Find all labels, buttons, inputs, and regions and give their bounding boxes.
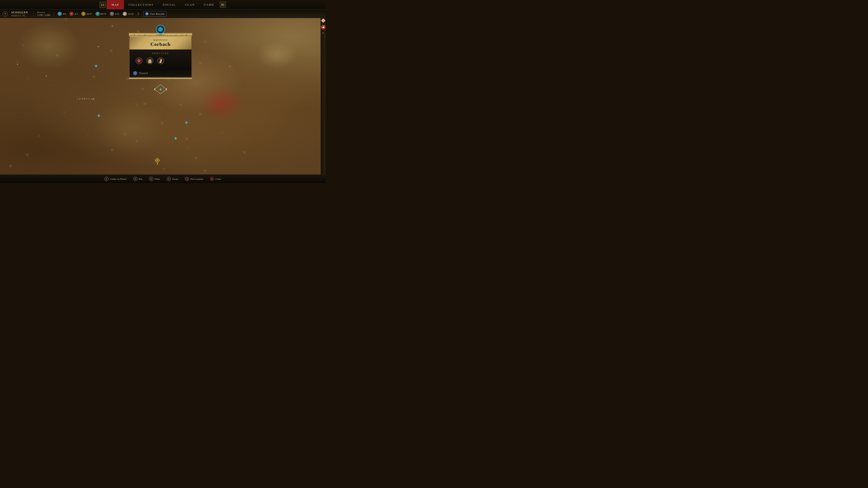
location-name: SCOSGLEN xyxy=(11,11,28,14)
filter-btn[interactable]: ⊕ Filter xyxy=(149,177,160,181)
pin-icon: □ xyxy=(185,177,189,181)
zoom-label: Zoom xyxy=(172,177,178,180)
popup-waypoint-icon xyxy=(155,24,166,35)
nav-tab-map[interactable]: MAP xyxy=(107,0,124,9)
service-blacksmith xyxy=(157,57,165,65)
hud-arrow-right[interactable]: ❯ xyxy=(137,12,140,15)
waypoint-circle-bg xyxy=(156,25,165,34)
popup-header: Waypoint Corbach xyxy=(129,36,192,50)
center-label: Center on Player xyxy=(110,177,127,180)
center-on-player-btn[interactable]: ⊕ Center on Player xyxy=(104,177,127,181)
close-label: Close xyxy=(215,177,221,180)
location-sublabel: Strand (Lv. 50) xyxy=(11,14,28,17)
services-icons-container xyxy=(133,57,188,65)
svg-text:◈: ◈ xyxy=(159,87,162,91)
hud-bar: SCOSGLEN Strand (Lv. 50) Renown: 1,590 /… xyxy=(0,9,326,18)
waypoint-selector[interactable]: ◈ ❮ ❯ xyxy=(154,84,167,95)
svg-marker-10 xyxy=(160,29,161,30)
scroll-left-arrow[interactable]: ◀ xyxy=(321,25,326,29)
svg-marker-3 xyxy=(156,164,158,164)
renown-value: 1,590 / 2,840 xyxy=(37,13,50,16)
svg-text:❯: ❯ xyxy=(165,88,167,91)
r1-badge[interactable]: R1 xyxy=(220,2,226,8)
close-icon: ● xyxy=(210,177,214,181)
deco-icon-3: ✦ xyxy=(45,74,48,78)
view-rewards-button[interactable]: ⊙ View Rewards xyxy=(143,11,166,17)
waypoints-icon: ⊙ xyxy=(58,12,62,16)
svg-text:❮: ❮ xyxy=(154,88,156,91)
right-scroll-bar: ◀ + xyxy=(320,18,326,174)
services-title: SERVICES xyxy=(133,52,188,55)
filter-label: Filter xyxy=(155,177,160,180)
renown-label: Renown: xyxy=(37,11,50,13)
stat-dungeons: ⛩ 3/25 xyxy=(110,12,119,16)
time-value: 14:34 xyxy=(128,12,133,15)
pin-label: Pin Location xyxy=(190,177,203,180)
l1-badge-wrap: L1 xyxy=(98,0,107,9)
svg-rect-18 xyxy=(160,59,162,60)
nav-tab-clan[interactable]: CLAN xyxy=(180,0,199,9)
shrines-value: 68/70 xyxy=(101,12,106,15)
location-info: SCOSGLEN Strand (Lv. 50) xyxy=(11,11,28,17)
filter-icon: ⊕ xyxy=(149,177,153,181)
popup-type-label: Waypoint xyxy=(133,39,188,41)
bottom-bar: ⊕ Center on Player ⊕ Pan ⊕ Filter ⊕ Zoom… xyxy=(0,174,326,183)
quests-icon: ☠ xyxy=(69,12,73,16)
time-icon: ✋ xyxy=(123,12,127,16)
stat-events: ! 28/47 xyxy=(81,12,92,16)
pin-location-btn[interactable]: □ Pin Location xyxy=(185,177,203,181)
view-rewards-label: View Rewards xyxy=(150,12,164,15)
renown-info: Renown: 1,590 / 2,840 xyxy=(37,11,50,16)
travel-label: Travel xyxy=(139,71,148,75)
quests-value: 3/3 xyxy=(74,12,78,15)
zoom-icon: ⊕ xyxy=(167,177,171,181)
deco-icon-1: ✦ xyxy=(16,63,19,66)
svg-marker-1 xyxy=(156,159,159,162)
popup-name: Corbach xyxy=(133,41,188,47)
travel-button[interactable]: × Travel xyxy=(133,71,188,75)
l1-badge[interactable]: L1 xyxy=(99,2,106,8)
dungeons-icon: ⛩ xyxy=(110,12,114,16)
svg-rect-14 xyxy=(148,60,151,61)
popup-footer: × Travel xyxy=(129,69,192,78)
rewards-icon: ⊙ xyxy=(145,12,149,15)
close-btn[interactable]: ● Close xyxy=(210,177,221,181)
popup-body: SERVICES xyxy=(129,50,192,69)
player-marker xyxy=(155,158,160,165)
events-value: 28/47 xyxy=(86,12,92,15)
shrines-icon: ⚙ xyxy=(96,12,100,16)
nav-tab-collections[interactable]: COLLECTIONS xyxy=(124,0,158,9)
travel-x-icon: × xyxy=(133,71,137,75)
zoom-btn[interactable]: ⊕ Zoom xyxy=(167,177,178,181)
top-nav: L1 MAP COLLECTIONS SOCIAL CLAN GAME R1 xyxy=(0,0,326,9)
events-icon: ! xyxy=(81,12,86,16)
dungeons-value: 3/25 xyxy=(115,12,119,15)
scroll-diamond xyxy=(321,18,326,23)
stat-time: ✋ 14:34 xyxy=(123,12,133,16)
nav-tab-social[interactable]: SOCIAL xyxy=(158,0,180,9)
stat-waypoints: ⊙ 8/8 xyxy=(58,12,66,16)
pan-icon: ⊕ xyxy=(133,177,137,181)
service-healer xyxy=(135,57,143,65)
r1-badge-wrap: R1 xyxy=(219,0,227,9)
waypoints-value: 8/8 xyxy=(63,12,66,15)
deco-icon-2: ✦ xyxy=(97,45,99,48)
pan-btn[interactable]: ⊕ Pan xyxy=(133,177,143,181)
scroll-plus[interactable]: + xyxy=(322,31,324,35)
stat-quests: ☠ 3/3 xyxy=(69,12,78,16)
pan-label: Pan xyxy=(139,177,143,180)
nav-tab-game[interactable]: GAME xyxy=(199,0,219,9)
service-vendor xyxy=(146,57,154,65)
pause-button[interactable] xyxy=(3,11,8,16)
waypoint-popup: Waypoint Corbach SERVICES xyxy=(129,33,192,79)
center-icon: ⊕ xyxy=(104,177,108,181)
popup-scroll-bottom-deco xyxy=(129,78,192,79)
stat-shrines: ⚙ 68/70 xyxy=(96,12,106,16)
